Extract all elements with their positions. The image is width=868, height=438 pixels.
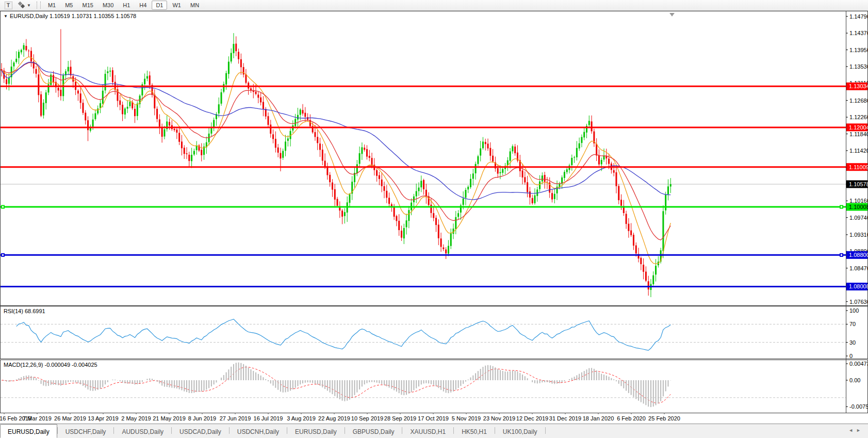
tab-audusd-daily[interactable]: AUDUSD,Daily (114, 425, 171, 437)
svg-text:1.14790: 1.14790 (849, 13, 868, 20)
svg-text:1.12680: 1.12680 (849, 98, 868, 104)
macd-indicator-label: MACD(12,26,9) -0.000049 -0.004025 (4, 362, 97, 368)
timeframe-button-group: M1M5M15M30H1H4D1W1MN (43, 1, 204, 10)
svg-text:1.10008: 1.10008 (849, 204, 868, 210)
svg-text:10 Sep 2019: 10 Sep 2019 (351, 415, 383, 421)
svg-text:8 Jun 2019: 8 Jun 2019 (188, 415, 216, 421)
dropdown-triangle-icon: ▼ (4, 14, 8, 19)
svg-text:0.004738: 0.004738 (849, 361, 868, 367)
tab-gbpusd-daily[interactable]: GBPUSD,Daily (345, 425, 402, 437)
chart-title-ohlc: 1.10519 1.10731 1.10355 1.10578 (50, 13, 136, 19)
svg-text:28 Sep 2019: 28 Sep 2019 (384, 415, 416, 421)
timeframe-button-h4[interactable]: H4 (135, 1, 151, 10)
svg-text:-0.007584: -0.007584 (849, 403, 868, 410)
tab-usdcnh-daily[interactable]: USDCNH,Daily (230, 425, 287, 437)
tab-hk50-h1[interactable]: HK50,H1 (454, 425, 495, 437)
rsi-indicator-label: RSI(14) 68.6991 (4, 308, 45, 314)
tab-usdchf-daily[interactable]: USDCHF,Daily (58, 425, 114, 437)
svg-text:22 Aug 2019: 22 Aug 2019 (318, 415, 350, 421)
svg-text:12 Dec 2019: 12 Dec 2019 (516, 415, 548, 421)
svg-text:1.13950: 1.13950 (849, 47, 868, 53)
timeframe-button-d1[interactable]: D1 (152, 1, 167, 10)
svg-text:1.10160: 1.10160 (849, 198, 868, 204)
svg-text:1.13530: 1.13530 (849, 63, 868, 70)
cursor-tool-icon (18, 2, 26, 9)
chart-title-symbol: EURUSD,Daily (10, 13, 48, 19)
svg-text:0.00: 0.00 (849, 377, 860, 383)
tabs-holder: EURUSD,DailyUSDCHF,DailyAUDUSD,DailyUSDC… (0, 424, 546, 438)
svg-text:18 Jan 2020: 18 Jan 2020 (583, 415, 614, 421)
tab-eurusd-daily[interactable]: EURUSD,Daily (287, 425, 345, 437)
svg-text:1.08008: 1.08008 (849, 283, 868, 289)
svg-text:1.12260: 1.12260 (849, 114, 868, 120)
svg-text:5 Nov 2019: 5 Nov 2019 (452, 415, 481, 421)
svg-text:70: 70 (849, 321, 856, 327)
svg-text:27 Jun 2019: 27 Jun 2019 (220, 415, 251, 421)
timeframe-button-m1[interactable]: M1 (44, 1, 60, 10)
chart-title: ▼EURUSD,Daily 1.10519 1.10731 1.10355 1.… (4, 13, 136, 19)
svg-text:2 May 2019: 2 May 2019 (121, 415, 151, 421)
tab-xauusd-h1[interactable]: XAUUSD,H1 (402, 425, 453, 437)
chevron-down-icon: ▼ (27, 3, 31, 8)
svg-text:1.10578: 1.10578 (849, 181, 868, 187)
svg-text:1.09740: 1.09740 (849, 215, 868, 221)
svg-text:1.11840: 1.11840 (849, 131, 868, 137)
svg-text:1.14370: 1.14370 (849, 30, 868, 36)
svg-text:1.07630: 1.07630 (849, 299, 868, 305)
toolbar-grip[interactable] (37, 2, 41, 9)
tab-uk100-daily[interactable]: UK100,Daily (495, 425, 545, 437)
svg-text:31 Dec 2019: 31 Dec 2019 (549, 415, 581, 421)
svg-text:1.11009: 1.11009 (849, 164, 868, 170)
timeframe-button-m30[interactable]: M30 (99, 1, 118, 10)
timeframe-button-m5[interactable]: M5 (61, 1, 77, 10)
timeframe-button-w1[interactable]: W1 (168, 1, 185, 10)
svg-text:1.13034: 1.13034 (849, 83, 868, 89)
svg-text:1.09310: 1.09310 (849, 232, 868, 238)
tab-usdcad-daily[interactable]: USDCAD,Daily (172, 425, 229, 437)
timeframe-button-h1[interactable]: H1 (119, 1, 134, 10)
svg-text:30: 30 (849, 339, 856, 346)
toolbar: T ▼ M1M5M15M30H1H4D1W1MN (0, 0, 868, 11)
tab-scroll-left-icon[interactable]: ◄ (848, 428, 856, 433)
svg-text:1.12004: 1.12004 (849, 124, 868, 131)
timeframe-button-m15[interactable]: M15 (78, 1, 97, 10)
cursor-tool-button[interactable]: ▼ (17, 1, 32, 10)
svg-text:21 May 2019: 21 May 2019 (153, 415, 186, 421)
svg-text:1.08800: 1.08800 (849, 252, 868, 258)
svg-text:1.11420: 1.11420 (849, 148, 868, 154)
tab-scroll-right-icon[interactable]: ► (856, 428, 864, 433)
svg-text:26 Mar 2019: 26 Mar 2019 (54, 415, 86, 421)
svg-text:7 Mar 2019: 7 Mar 2019 (23, 415, 52, 421)
svg-text:0: 0 (849, 353, 853, 359)
tab-separator (545, 427, 546, 434)
panel-frames (1, 11, 868, 413)
svg-text:1.08470: 1.08470 (849, 265, 868, 271)
date-axis[interactable]: 16 Feb 20197 Mar 201926 Mar 201913 Apr 2… (0, 413, 680, 421)
text-tool-icon: T (5, 2, 12, 9)
svg-text:23 Nov 2019: 23 Nov 2019 (483, 415, 515, 421)
tab-eurusd-daily[interactable]: EURUSD,Daily (0, 424, 57, 438)
svg-text:25 Feb 2020: 25 Feb 2020 (648, 415, 680, 421)
svg-text:17 Oct 2019: 17 Oct 2019 (418, 415, 449, 421)
svg-text:6 Feb 2020: 6 Feb 2020 (617, 415, 646, 421)
svg-text:16 Jul 2019: 16 Jul 2019 (254, 415, 283, 421)
chart-canvas[interactable]: 1.147901.143701.139501.135301.131101.126… (0, 11, 868, 424)
tab-scroll-arrows[interactable]: ◄► (848, 428, 864, 433)
chart-tab-bar: EURUSD,DailyUSDCHF,DailyAUDUSD,DailyUSDC… (0, 424, 868, 438)
timeframe-button-mn[interactable]: MN (186, 1, 203, 10)
svg-text:13 Apr 2019: 13 Apr 2019 (88, 415, 118, 421)
svg-text:3 Aug 2019: 3 Aug 2019 (287, 415, 316, 421)
text-tool-button[interactable]: T (2, 1, 14, 10)
svg-text:100: 100 (849, 307, 859, 314)
